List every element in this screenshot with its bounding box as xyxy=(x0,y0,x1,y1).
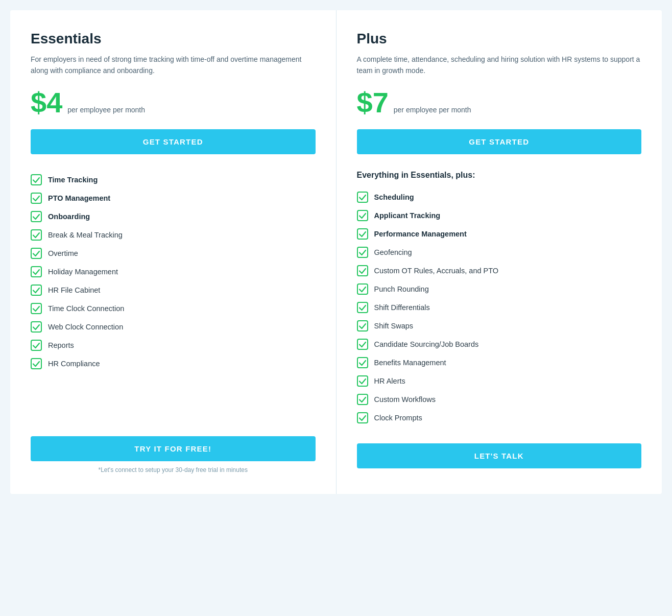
check-icon xyxy=(357,302,368,313)
plus-bottom-wrap: LET'S TALK xyxy=(357,427,642,473)
list-item: Web Clock Connection xyxy=(31,318,316,336)
plus-price: $7 xyxy=(357,88,389,117)
essentials-price-label: per employee per month xyxy=(67,106,145,114)
svg-rect-8 xyxy=(31,322,41,332)
feature-text: Onboarding xyxy=(48,212,90,221)
list-item: HR File Cabinet xyxy=(31,281,316,299)
svg-rect-1 xyxy=(31,193,41,203)
list-item: Custom OT Rules, Accruals, and PTO xyxy=(357,262,642,280)
essentials-title: Essentials xyxy=(31,31,316,47)
list-item: Geofencing xyxy=(357,243,642,262)
check-icon xyxy=(357,228,368,240)
feature-text: Performance Management xyxy=(374,230,467,238)
essentials-price-row: $4 per employee per month xyxy=(31,88,316,117)
svg-rect-6 xyxy=(31,285,41,295)
list-item: Reports xyxy=(31,336,316,354)
svg-rect-13 xyxy=(357,229,368,239)
svg-rect-9 xyxy=(31,340,41,350)
list-item: HR Alerts xyxy=(357,372,642,390)
plus-feature-list: SchedulingApplicant TrackingPerformance … xyxy=(357,188,642,427)
feature-text: Shift Swaps xyxy=(374,322,414,330)
plus-title: Plus xyxy=(357,31,642,47)
list-item: Time Clock Connection xyxy=(31,299,316,318)
essentials-bottom-wrap: TRY IT FOR FREE! *Let's connect to setup… xyxy=(31,420,316,473)
check-icon xyxy=(31,303,42,314)
list-item: Shift Swaps xyxy=(357,317,642,335)
check-icon xyxy=(31,174,42,185)
svg-rect-12 xyxy=(357,210,368,221)
check-icon xyxy=(31,285,42,296)
plus-features-header: Everything in Essentials, plus: xyxy=(357,171,642,180)
feature-text: HR File Cabinet xyxy=(48,286,100,294)
svg-rect-16 xyxy=(357,284,368,294)
feature-text: Clock Prompts xyxy=(374,414,422,422)
check-icon xyxy=(357,265,368,276)
check-icon xyxy=(357,210,368,221)
svg-rect-20 xyxy=(357,358,368,368)
svg-rect-23 xyxy=(357,413,368,423)
essentials-price: $4 xyxy=(31,88,62,117)
svg-rect-0 xyxy=(31,175,41,185)
svg-rect-7 xyxy=(31,303,41,314)
essentials-plan: Essentials For employers in need of stro… xyxy=(10,10,337,494)
feature-text: Overtime xyxy=(48,249,78,257)
list-item: Benefits Management xyxy=(357,353,642,372)
essentials-get-started-button[interactable]: GET STARTED xyxy=(31,129,316,154)
list-item: PTO Management xyxy=(31,189,316,207)
feature-text: Time Tracking xyxy=(48,176,98,184)
list-item: Performance Management xyxy=(357,225,642,243)
svg-rect-22 xyxy=(357,394,368,405)
check-icon xyxy=(357,412,368,423)
feature-text: Holiday Management xyxy=(48,268,118,276)
feature-text: Web Clock Connection xyxy=(48,323,123,331)
feature-text: Custom Workflows xyxy=(374,395,436,404)
svg-rect-18 xyxy=(357,321,368,331)
plus-price-label: per employee per month xyxy=(394,106,471,114)
list-item: Holiday Management xyxy=(31,263,316,281)
essentials-feature-list: Time TrackingPTO ManagementOnboardingBre… xyxy=(31,171,316,420)
check-icon xyxy=(31,211,42,222)
check-icon xyxy=(357,320,368,331)
essentials-try-free-button[interactable]: TRY IT FOR FREE! xyxy=(31,436,316,461)
check-icon xyxy=(357,339,368,350)
feature-text: Reports xyxy=(48,341,74,349)
svg-rect-21 xyxy=(357,376,368,386)
feature-text: Applicant Tracking xyxy=(374,211,441,220)
plus-get-started-button[interactable]: GET STARTED xyxy=(357,129,642,154)
check-icon xyxy=(31,266,42,277)
list-item: HR Compliance xyxy=(31,354,316,373)
list-item: Time Tracking xyxy=(31,171,316,189)
svg-rect-14 xyxy=(357,247,368,257)
feature-text: HR Compliance xyxy=(48,360,100,368)
svg-rect-10 xyxy=(31,359,41,369)
essentials-description: For employers in need of strong time tra… xyxy=(31,54,316,76)
list-item: Shift Differentials xyxy=(357,298,642,317)
check-icon xyxy=(31,229,42,241)
svg-rect-17 xyxy=(357,302,368,313)
svg-rect-3 xyxy=(31,230,41,240)
svg-rect-5 xyxy=(31,267,41,277)
check-icon xyxy=(31,358,42,369)
plus-lets-talk-button[interactable]: LET'S TALK xyxy=(357,443,642,468)
pricing-container: Essentials For employers in need of stro… xyxy=(10,10,662,494)
essentials-trial-note: *Let's connect to setup your 30-day free… xyxy=(31,466,316,473)
feature-text: Candidate Sourcing/Job Boards xyxy=(374,340,479,348)
feature-text: Break & Meal Tracking xyxy=(48,231,123,239)
svg-rect-4 xyxy=(31,248,41,258)
check-icon xyxy=(357,357,368,368)
list-item: Onboarding xyxy=(31,207,316,226)
check-icon xyxy=(31,193,42,204)
list-item: Custom Workflows xyxy=(357,390,642,409)
check-icon xyxy=(357,283,368,295)
list-item: Overtime xyxy=(31,244,316,263)
check-icon xyxy=(31,321,42,333)
list-item: Break & Meal Tracking xyxy=(31,226,316,244)
plus-price-row: $7 per employee per month xyxy=(357,88,642,117)
list-item: Punch Rounding xyxy=(357,280,642,298)
svg-rect-2 xyxy=(31,211,41,222)
feature-text: Benefits Management xyxy=(374,359,446,367)
feature-text: Custom OT Rules, Accruals, and PTO xyxy=(374,267,499,275)
list-item: Clock Prompts xyxy=(357,409,642,427)
feature-text: Punch Rounding xyxy=(374,285,429,293)
feature-text: Time Clock Connection xyxy=(48,304,124,313)
